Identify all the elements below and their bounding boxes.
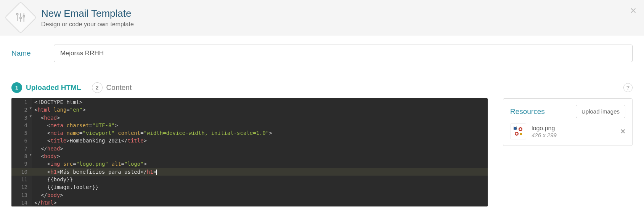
code-editor[interactable]: 1 <!DOCTYPE html> 2▼ <html lang="en"> 3▼… xyxy=(11,98,488,206)
steps-nav: 1 Uploaded HTML 2 Content ? xyxy=(11,82,633,93)
page-subtitle: Design or code your own template xyxy=(41,21,134,28)
line-number: 5 xyxy=(11,129,32,137)
fold-icon[interactable]: ▼ xyxy=(30,114,32,119)
line-number: 6 xyxy=(11,137,32,144)
text-cursor xyxy=(156,170,157,175)
line-number: 2▼ xyxy=(11,106,32,114)
line-number: 13 xyxy=(11,191,32,199)
svg-point-10 xyxy=(520,128,522,130)
line-number: 10 xyxy=(11,168,32,176)
name-row: Name xyxy=(11,45,633,73)
svg-rect-13 xyxy=(520,133,522,135)
resource-thumbnail xyxy=(510,123,526,139)
step-label: Uploaded HTML xyxy=(26,83,81,92)
line-number: 11 xyxy=(11,176,32,183)
name-label: Name xyxy=(11,49,31,58)
help-icon[interactable]: ? xyxy=(623,83,633,92)
resource-filename: logo.png xyxy=(532,125,557,132)
fold-icon[interactable]: ▼ xyxy=(30,106,32,111)
resource-dimensions: 426 x 299 xyxy=(532,132,557,138)
step-number: 1 xyxy=(11,82,22,93)
template-name-input[interactable] xyxy=(54,45,633,62)
line-number: 1 xyxy=(11,98,32,106)
resources-title: Resources xyxy=(510,107,545,116)
modal-header: New Email Template Design or code your o… xyxy=(0,0,644,35)
line-number: 3▼ xyxy=(11,114,32,122)
line-number: 4 xyxy=(11,122,32,129)
svg-point-3 xyxy=(20,17,21,19)
template-settings-icon xyxy=(5,2,37,34)
fold-icon[interactable]: ▼ xyxy=(30,152,32,157)
resources-panel: Resources Upload images xyxy=(503,98,633,146)
line-number: 8▼ xyxy=(11,152,32,160)
step-uploaded-html[interactable]: 1 Uploaded HTML xyxy=(11,82,81,93)
upload-images-button[interactable]: Upload images xyxy=(576,105,625,118)
svg-point-6 xyxy=(23,16,25,17)
close-icon[interactable]: × xyxy=(630,5,636,17)
step-number: 2 xyxy=(92,82,103,93)
delete-resource-icon[interactable]: × xyxy=(620,126,625,136)
line-number: 12 xyxy=(11,183,32,191)
resource-item[interactable]: logo.png 426 x 299 × xyxy=(510,123,625,139)
line-number: 14 xyxy=(11,199,32,206)
page-title: New Email Template xyxy=(41,8,134,19)
svg-point-12 xyxy=(516,133,518,135)
line-number: 7 xyxy=(11,145,32,152)
step-label: Content xyxy=(106,83,132,92)
step-content[interactable]: 2 Content xyxy=(92,82,132,93)
line-number: 9 xyxy=(11,160,32,168)
svg-point-1 xyxy=(16,13,18,15)
